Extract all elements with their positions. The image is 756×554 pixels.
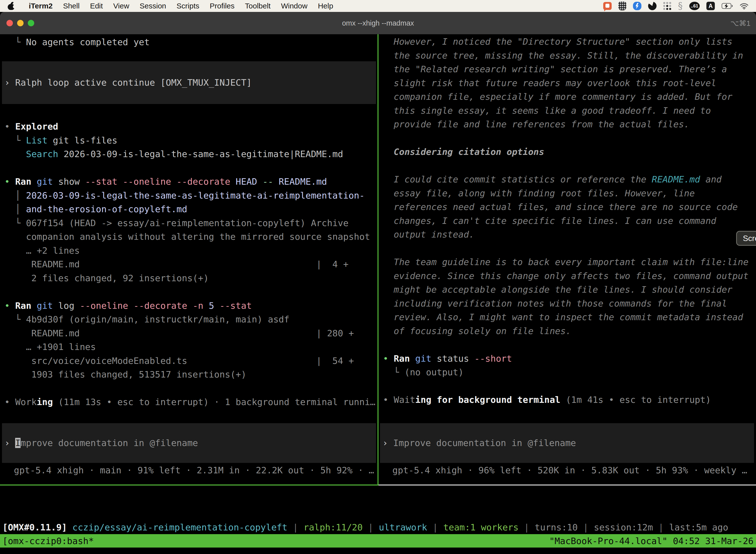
terminal-line: └ 067f154 (HEAD -> essay/ai-reimplementa… [4, 216, 378, 230]
terminal-line: review. Also, I might want to inspect th… [383, 310, 756, 324]
right-terminal-pane[interactable]: However, I noticed the "Directory Struct… [378, 34, 756, 485]
text-segment: last:5m ago [669, 522, 728, 533]
text-segment: HEAD [236, 176, 262, 187]
close-button[interactable] [6, 20, 13, 26]
screen-recording-indicator-icon[interactable] [603, 2, 612, 10]
text-segment: │ [4, 204, 26, 214]
text-segment [31, 300, 37, 311]
text-segment: --oneline --decorate -n [80, 300, 208, 311]
right-prompt-input[interactable]: › Improve documentation in @filename [380, 423, 754, 463]
text-segment: Search [26, 149, 58, 159]
usage-badge[interactable]: ..61 [689, 2, 700, 10]
terminal-line: of focusing solely on file lines. [383, 324, 756, 338]
text-segment: • [383, 353, 394, 364]
crescent-app-icon[interactable] [648, 2, 656, 10]
apple-menu-icon[interactable] [7, 2, 15, 10]
text-segment: the "Related research writing" section i… [383, 64, 727, 74]
terminal-line: output instead. [383, 228, 756, 241]
battery-icon[interactable] [721, 3, 733, 9]
tmux-host-clock: "MacBook-Pro-44.local" 04:52 31-Mar-26 [549, 536, 754, 546]
a-badge-icon[interactable]: A [706, 2, 715, 10]
text-segment: (no output) [404, 367, 463, 377]
text-segment: src/voice/voiceModeEnabled.ts | 54 + [4, 356, 354, 366]
text-segment: ing [37, 397, 53, 407]
text-segment: review. Also, I might want to inspect th… [383, 312, 743, 322]
dots-grid-icon[interactable] [663, 2, 672, 10]
text-segment: • [4, 397, 15, 407]
terminal-line: 1903 files changed, 513517 insertions(+) [4, 368, 378, 382]
terminal-line: src/voice/voiceModeEnabled.ts | 54 + [4, 354, 378, 368]
menu-bar-status-icons: § ..61 A [603, 0, 756, 12]
text-segment: • [4, 176, 15, 187]
text-segment: -- [262, 176, 278, 187]
menu-item-session[interactable]: Session [134, 2, 171, 10]
menu-item-toolbelt[interactable]: Toolbelt [240, 2, 276, 10]
terminal-line: │ and-the-erosion-of-copyleft.md [4, 202, 378, 216]
screen-overlay-button[interactable]: Scre [736, 231, 756, 246]
text-segment: Work [15, 397, 37, 407]
terminal-line: might be acceptable alongside the file l… [383, 283, 756, 296]
menu-item-scripts[interactable]: Scripts [171, 2, 205, 10]
text-segment: • [4, 121, 15, 131]
text-segment: › [4, 77, 15, 88]
terminal-line: README.md | 4 + [4, 258, 378, 271]
wifi-icon[interactable] [740, 3, 749, 9]
text-segment: --stat --oneline --decorate [85, 176, 236, 187]
terminal-line: └ List git ls-files [4, 133, 378, 148]
zoom-button[interactable] [28, 20, 34, 26]
terminal-line: • Ran git status --short [383, 352, 756, 366]
terminal-line: └ No agents completed yet [4, 35, 378, 49]
text-segment: Ran [394, 353, 410, 364]
text-segment: mprove documentation in @filename [20, 438, 198, 448]
terminal-line: including verification notes with those … [383, 296, 756, 311]
text-segment: README.md [278, 176, 327, 187]
text-segment: git [37, 300, 53, 311]
menu-item-profiles[interactable]: Profiles [204, 2, 240, 10]
terminal-line: README.md | 280 + [4, 326, 378, 340]
shield-grid-icon[interactable] [618, 1, 626, 10]
text-segment: └ [383, 367, 404, 377]
text-segment: … +1901 lines [4, 342, 96, 352]
menu-item-help[interactable]: Help [313, 2, 338, 10]
left-prompt-input[interactable]: › Improve documentation in @filename [2, 423, 376, 463]
text-segment: companion file, especially if more comme… [383, 92, 733, 102]
screen-overlay-label: Scre [743, 234, 756, 243]
text-segment: this single essay, it seems like a good … [383, 106, 711, 116]
text-segment: cczip/essay/ai-reimplementation-copyleft [72, 522, 288, 533]
menu-item-shell[interactable]: Shell [58, 2, 85, 10]
blue-lightning-badge-icon[interactable] [633, 2, 641, 10]
terminal-line: └ 4b9d30f (origin/main, instructkr/main,… [4, 313, 378, 326]
terminal-line [4, 382, 378, 395]
text-segment: references need actual files, and since … [383, 202, 738, 212]
terminal-line [383, 159, 756, 173]
terminal-line: • Waiting for background terminal (1m 41… [383, 393, 756, 407]
squiggle-icon[interactable]: § [678, 2, 683, 10]
terminal-line [383, 241, 756, 256]
text-segment: status [431, 353, 474, 364]
menu-item-view[interactable]: View [108, 2, 134, 10]
text-segment: including verification notes with those … [383, 298, 727, 309]
ralph-inject-text: › Ralph loop active continue [OMX_TMUX_I… [4, 76, 252, 90]
terminal-line: changes, I can't cite specific file line… [383, 214, 756, 228]
text-segment: log [53, 300, 80, 311]
menu-item-edit[interactable]: Edit [85, 2, 108, 10]
left-terminal-pane[interactable]: └ No agents completed yet › Ralph loop a… [0, 34, 378, 485]
ralph-inject-box: › Ralph loop active continue [OMX_TMUX_I… [2, 61, 376, 104]
minimize-button[interactable] [17, 20, 23, 26]
terminal-line: slight risk that future readers may over… [383, 76, 756, 90]
left-pane-top-lines: └ No agents completed yet [4, 35, 378, 49]
text-segment: 2 files changed, 92 insertions(+) [4, 273, 209, 283]
menu-item-iterm2[interactable]: iTerm2 [23, 2, 58, 10]
terminal-line [383, 131, 756, 145]
text-segment: └ [4, 314, 26, 324]
text-segment: However, I noticed the "Directory Struct… [383, 37, 733, 47]
text-segment: changes, I can't cite specific file line… [383, 216, 716, 226]
tmux-status-bar: [omx-cczip0:bash* "MacBook-Pro-44.local"… [0, 534, 756, 548]
menu-item-window[interactable]: Window [276, 2, 313, 10]
text-segment: gpt-5.4 xhigh · main · 91% left · 2.31M … [14, 465, 374, 475]
window-title-bar: omx --xhigh --madmax ⌥⌘1 [0, 12, 756, 34]
text-segment: List [26, 135, 48, 146]
text-segment: I [15, 438, 20, 448]
text-segment [410, 353, 415, 364]
text-segment: ing for background terminal [415, 395, 560, 405]
